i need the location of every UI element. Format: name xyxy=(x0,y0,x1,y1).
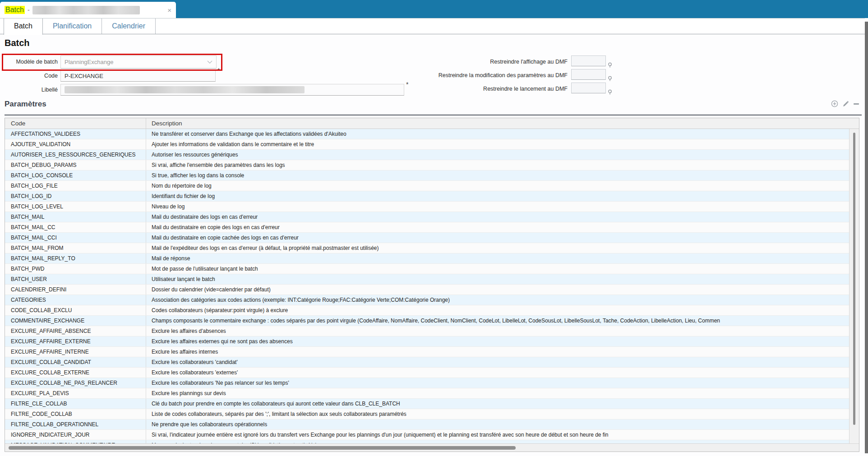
table-row[interactable]: BATCH_USER Utilisateur lançant le batch xyxy=(5,274,859,285)
tab-batch[interactable]: Batch xyxy=(4,18,43,35)
table-row[interactable]: CALENDRIER_DEFINI Dossier du calendrier … xyxy=(5,285,859,295)
table-row[interactable]: BATCH_MAIL Mail du destinataire des logs… xyxy=(5,212,859,222)
param-description-cell: Si vrai, l'indicateur journée entière es… xyxy=(146,430,859,440)
dmf-lookup-icon[interactable] xyxy=(608,76,613,82)
horizontal-scrollbar-thumb[interactable] xyxy=(9,446,516,450)
param-description-cell: Mail du destinataire en copie des logs e… xyxy=(146,222,859,232)
param-description-cell: Identifiant du fichier de log xyxy=(146,191,859,201)
table-row[interactable]: CODE_COLLAB_EXCLU Codes collaborateurs (… xyxy=(5,305,859,316)
dmf-lancement-label: Restreindre le lancement au DMF xyxy=(298,86,568,92)
code-input[interactable]: P-EXCHANGE xyxy=(60,70,216,82)
param-code-cell: EXCLURE_COLLAB_NE_PAS_RELANCER xyxy=(5,378,146,388)
param-description-cell: Mail du destinataire des logs en cas d'e… xyxy=(146,212,859,222)
remove-minus-icon[interactable] xyxy=(853,100,860,107)
param-description-cell: Ne prendre que les collaborateurs opérat… xyxy=(146,419,859,429)
window-tab-batch[interactable]: Batch - × xyxy=(0,2,176,18)
table-row[interactable]: FILTRE_COLLAB_OPERATIONNEL Ne prendre qu… xyxy=(5,419,859,430)
param-code-cell: EXCLURE_PLA_DEVIS xyxy=(5,388,146,398)
param-description-cell: Exclure les collaborateurs 'candidat' xyxy=(146,357,859,367)
table-row[interactable]: BATCH_MAIL_REPLY_TO Mail de réponse xyxy=(5,253,859,264)
table-row[interactable]: CATEGORIES Association des catégories au… xyxy=(5,295,859,305)
table-row[interactable]: EXCLURE_COLLAB_CANDIDAT Exclure les coll… xyxy=(5,357,859,368)
table-row[interactable]: BATCH_MAIL_CCI Mail du destinataire en c… xyxy=(5,233,859,243)
column-header-description[interactable]: Description xyxy=(146,118,859,129)
table-row[interactable]: COMMENTAIRE_EXCHANGE Champs composants l… xyxy=(5,316,859,326)
table-row[interactable]: FILTRE_CLE_COLLAB Clé du batch pour pren… xyxy=(5,399,859,409)
table-row[interactable]: AUTORISER_LES_RESSOURCES_GENERIQUES Auto… xyxy=(5,150,859,160)
param-code-cell: FILTRE_CLE_COLLAB xyxy=(5,399,146,409)
table-row[interactable]: AJOUTER_VALIDATION Ajouter les informati… xyxy=(5,139,859,150)
chevron-down-icon xyxy=(207,60,212,64)
code-label: Code xyxy=(0,73,58,79)
redacted-libelle-value xyxy=(65,86,305,93)
param-description-cell: Autoriser les ressources génériques xyxy=(146,150,859,160)
table-row[interactable]: EXCLURE_AFFAIRE_ABSENCE Exclure les affa… xyxy=(5,326,859,336)
param-code-cell: BATCH_LOG_CONSOLE xyxy=(5,170,146,180)
param-code-cell: BATCH_MAIL_CCI xyxy=(5,233,146,243)
table-horizontal-scrollbar[interactable] xyxy=(5,443,859,451)
window-tab-title: Batch xyxy=(5,6,25,14)
add-circle-icon[interactable] xyxy=(831,100,838,107)
table-row[interactable]: EXCLURE_COLLAB_EXTERNE Exclure les colla… xyxy=(5,368,859,378)
table-row[interactable]: FILTRE_CODE_COLLAB Liste de codes collab… xyxy=(5,409,859,419)
param-description-cell: Exclure les plannings sur devis xyxy=(146,388,859,398)
param-code-cell: BATCH_LOG_ID xyxy=(5,191,146,201)
table-row[interactable]: EXCLURE_COLLAB_NE_PAS_RELANCER Exclure l… xyxy=(5,378,859,388)
param-code-cell: AFFECTATIONS_VALIDEES xyxy=(5,129,146,139)
dmf-lookup-icon[interactable] xyxy=(608,89,613,95)
param-code-cell: EXCLURE_AFFAIRE_EXTERNE xyxy=(5,336,146,346)
param-code-cell: BATCH_MAIL_FROM xyxy=(5,243,146,253)
table-row[interactable]: BATCH_MAIL_CC Mail du destinataire en co… xyxy=(5,222,859,233)
param-code-cell: BATCH_USER xyxy=(5,274,146,284)
param-code-cell: BATCH_PWD xyxy=(5,264,146,274)
param-code-cell: EXCLURE_COLLAB_EXTERNE xyxy=(5,368,146,378)
param-description-cell: Exclure les affaires internes xyxy=(146,347,859,357)
table-row[interactable]: EXCLURE_AFFAIRE_INTERNE Exclure les affa… xyxy=(5,347,859,357)
window-tab-separator: - xyxy=(28,6,30,14)
table-row[interactable]: BATCH_PWD Mot de passe de l'utilisateur … xyxy=(5,264,859,274)
param-description-cell: Mail de l'expéditeur des logs en cas d'e… xyxy=(146,243,859,253)
window-vertical-scrollbar[interactable] xyxy=(865,22,868,453)
dmf-lookup-icon[interactable] xyxy=(608,62,613,68)
column-header-code[interactable]: Code xyxy=(5,118,146,129)
param-description-cell: Mail de réponse xyxy=(146,253,859,263)
table-row[interactable]: BATCH_LOG_CONSOLE Si true, afficher les … xyxy=(5,170,859,181)
parameters-section-title: Paramètres xyxy=(5,100,46,109)
param-code-cell: AJOUTER_VALIDATION xyxy=(5,139,146,149)
edit-pencil-icon[interactable] xyxy=(842,100,849,107)
param-description-cell: Si true, afficher les log dans la consol… xyxy=(146,170,859,180)
table-row[interactable]: BATCH_MAIL_FROM Mail de l'expéditeur des… xyxy=(5,243,859,253)
param-description-cell: Ne transférer et conserver dans Exchange… xyxy=(146,129,859,139)
dmf-modification-label: Restreindre la modification des paramètr… xyxy=(298,72,568,78)
modele-de-batch-dropdown[interactable]: PlanningExchange xyxy=(60,55,217,69)
table-row[interactable]: BATCH_LOG_LEVEL Niveau de log xyxy=(5,202,859,212)
page-title: Batch xyxy=(5,38,30,48)
parameters-toolbar xyxy=(828,100,860,108)
table-row[interactable]: BATCH_LOG_ID Identifiant du fichier de l… xyxy=(5,191,859,202)
param-description-cell: Codes collaborateurs (séparateur:point v… xyxy=(146,305,859,315)
param-description-cell: Exclure les affaires externes qui ne son… xyxy=(146,336,859,346)
table-row[interactable]: IGNORER_INDICATEUR_JOUR Si vrai, l'indic… xyxy=(5,430,859,440)
dmf-affichage-input[interactable] xyxy=(571,55,606,66)
dmf-lancement-input[interactable] xyxy=(571,83,606,93)
close-icon[interactable]: × xyxy=(167,7,171,14)
param-code-cell: EXCLURE_COLLAB_CANDIDAT xyxy=(5,357,146,367)
table-row[interactable]: EXCLURE_PLA_DEVIS Exclure les plannings … xyxy=(5,388,859,399)
table-vertical-scrollbar[interactable] xyxy=(849,129,859,444)
dmf-affichage-label: Restreindre l'affichage au DMF xyxy=(298,59,568,65)
table-row[interactable]: EXCLURE_AFFAIRE_EXTERNE Exclure les affa… xyxy=(5,336,859,347)
table-row[interactable]: AFFECTATIONS_VALIDEES Ne transférer et c… xyxy=(5,129,859,139)
param-description-cell: Mot de passe de l'utilisateur lançant le… xyxy=(146,264,859,274)
param-description-cell: Niveau de log xyxy=(146,202,859,212)
table-row[interactable]: BATCH_LOG_FILE Nom du répertoire de log xyxy=(5,181,859,191)
libelle-label: Libellé xyxy=(0,87,58,93)
vertical-scrollbar-thumb[interactable] xyxy=(853,133,855,425)
param-code-cell: CALENDRIER_DEFINI xyxy=(5,285,146,295)
table-row[interactable]: BATCH_DEBUG_PARAMS Si vrai, affiche l'en… xyxy=(5,160,859,170)
param-description-cell: Clé du batch pour prendre en compte les … xyxy=(146,399,859,409)
tab-planification[interactable]: Planification xyxy=(43,18,102,34)
modele-de-batch-value: PlanningExchange xyxy=(65,59,113,65)
tab-calendrier[interactable]: Calendrier xyxy=(102,18,156,34)
dmf-modification-input[interactable] xyxy=(571,69,606,80)
param-code-cell: IGNORER_INDICATEUR_JOUR xyxy=(5,430,146,440)
